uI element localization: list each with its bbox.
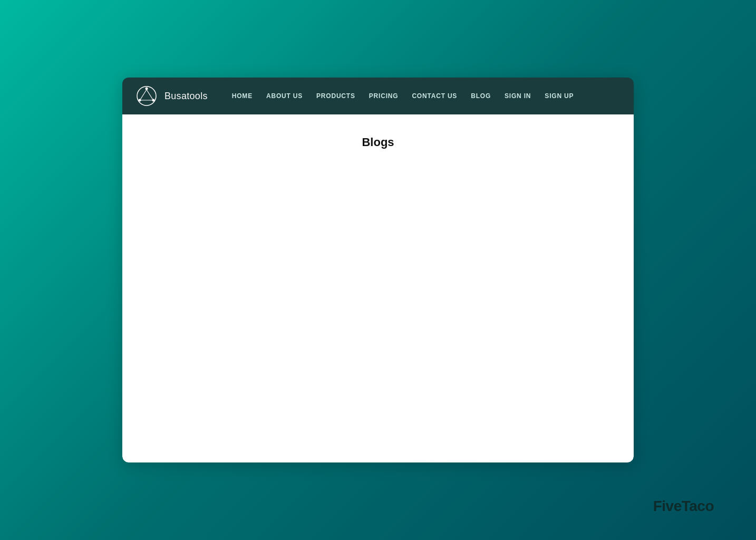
logo-area: Busatools <box>135 84 208 108</box>
logo-icon <box>135 84 158 108</box>
page-title: Blogs <box>143 136 613 149</box>
nav-blog[interactable]: BLOG <box>466 88 496 104</box>
brand-name: Busatools <box>164 91 208 102</box>
footer-brand-text: FiveTaco <box>653 498 714 514</box>
nav-links: HOME ABOUT US PRODUCTS PRICING CONTACT U… <box>227 88 621 104</box>
nav-contact-us[interactable]: CONTACT US <box>406 88 462 104</box>
svg-point-1 <box>146 88 148 90</box>
content-area: Blogs <box>122 114 634 462</box>
nav-about-us[interactable]: ABOUT US <box>261 88 308 104</box>
svg-line-4 <box>147 90 153 100</box>
svg-line-5 <box>140 90 147 100</box>
footer-brand: FiveTaco <box>653 498 714 515</box>
nav-products[interactable]: PRODUCTS <box>311 88 361 104</box>
main-container: Busatools HOME ABOUT US PRODUCTS PRICING… <box>122 78 634 462</box>
nav-home[interactable]: HOME <box>227 88 258 104</box>
nav-pricing[interactable]: PRICING <box>364 88 404 104</box>
nav-sign-in[interactable]: SIGN IN <box>499 88 536 104</box>
nav-sign-up[interactable]: SIGN UP <box>539 88 579 104</box>
navbar: Busatools HOME ABOUT US PRODUCTS PRICING… <box>122 78 634 114</box>
